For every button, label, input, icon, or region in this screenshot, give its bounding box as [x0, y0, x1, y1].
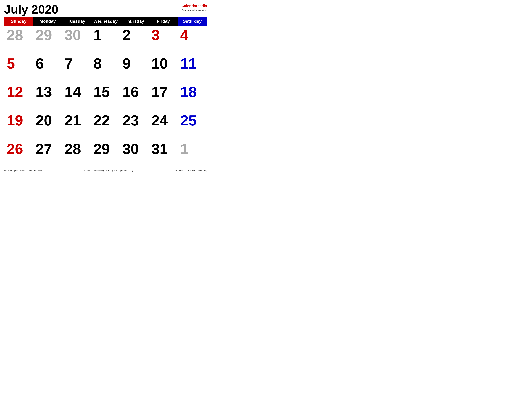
brand-logo: Calendarpedia Your source for calendars	[182, 3, 207, 12]
calendar-day-2-week1: 2	[120, 26, 149, 54]
calendar-day-12-week3: 12	[4, 83, 33, 111]
brand-accent: pedia	[197, 4, 207, 8]
calendar-day-15-week3: 15	[91, 83, 120, 111]
day-number: 16	[122, 83, 139, 100]
day-number: 11	[180, 55, 197, 72]
day-number: 13	[36, 83, 52, 100]
day-number: 10	[151, 55, 168, 72]
calendar-table: Sunday Monday Tuesday Wednesday Thursday…	[4, 17, 207, 168]
calendar-day-4-week1: 4	[178, 26, 207, 54]
day-number: 30	[65, 27, 81, 43]
day-number: 6	[36, 55, 44, 72]
calendar-day-3-week1: 3	[149, 26, 178, 54]
calendar-day-11-week2: 11	[178, 54, 207, 83]
day-number: 29	[36, 27, 52, 43]
header-friday: Friday	[149, 17, 178, 26]
day-number: 17	[151, 83, 168, 100]
calendar-day-6-week2: 6	[33, 54, 62, 83]
calendar-day-27-week5: 27	[33, 140, 62, 168]
calendar-week-3: 12131415161718	[4, 83, 207, 111]
header-tuesday: Tuesday	[62, 17, 91, 26]
brand-tagline: Your source for calendars	[182, 9, 207, 12]
day-number: 23	[122, 112, 139, 129]
day-number: 29	[94, 141, 110, 157]
day-number: 28	[7, 27, 23, 43]
day-number: 27	[36, 141, 52, 157]
day-number: 7	[65, 55, 73, 72]
day-number: 30	[122, 141, 139, 157]
day-number: 24	[151, 112, 168, 129]
calendar-day-24-week4: 24	[149, 111, 178, 140]
day-number: 25	[180, 112, 197, 129]
day-number: 8	[94, 55, 102, 72]
calendar-day-26-week5: 26	[4, 140, 33, 168]
calendar-day-18-week3: 18	[178, 83, 207, 111]
calendar-header: July 2020 Calendarpedia Your source for …	[4, 3, 207, 15]
calendar-week-2: 567891011	[4, 54, 207, 83]
calendar-day-10-week2: 10	[149, 54, 178, 83]
calendar-day-30-week5: 30	[120, 140, 149, 168]
calendar-day-19-week4: 19	[4, 111, 33, 140]
calendar-day-9-week2: 9	[120, 54, 149, 83]
calendar-day-28-week1: 28	[4, 26, 33, 54]
days-header-row: Sunday Monday Tuesday Wednesday Thursday…	[4, 17, 207, 26]
calendar-day-8-week2: 8	[91, 54, 120, 83]
calendar-day-7-week2: 7	[62, 54, 91, 83]
day-number: 4	[180, 27, 189, 43]
day-number: 12	[7, 83, 23, 100]
calendar-week-4: 19202122232425	[4, 111, 207, 140]
page-container: July 2020 Calendarpedia Your source for …	[4, 3, 207, 172]
day-number: 1	[94, 27, 102, 43]
calendar-day-20-week4: 20	[33, 111, 62, 140]
day-number: 3	[151, 27, 159, 43]
day-number: 15	[94, 83, 110, 100]
day-number: 21	[65, 112, 81, 129]
calendar-day-29-week1: 29	[33, 26, 62, 54]
day-number: 1	[180, 141, 189, 157]
calendar-day-30-week1: 30	[62, 26, 91, 54]
calendar-day-16-week3: 16	[120, 83, 149, 111]
day-number: 2	[122, 27, 131, 43]
calendar-day-25-week4: 25	[178, 111, 207, 140]
brand-plain: Calendar	[182, 4, 197, 8]
brand-name: Calendarpedia	[182, 3, 207, 9]
day-number: 31	[151, 141, 168, 157]
calendar-day-28-week5: 28	[62, 140, 91, 168]
day-number: 28	[65, 141, 81, 157]
header-saturday: Saturday	[178, 17, 207, 26]
footer-holidays: 3: Independence Day (observed), 4: Indep…	[83, 169, 133, 172]
calendar-day-13-week3: 13	[33, 83, 62, 111]
footer-copyright: © Calendarpedia® www.calendarpedia.com	[4, 169, 43, 172]
calendar-day-22-week4: 22	[91, 111, 120, 140]
calendar-day-17-week3: 17	[149, 83, 178, 111]
day-number: 18	[180, 83, 197, 100]
day-number: 22	[94, 112, 110, 129]
calendar-day-5-week2: 5	[4, 54, 33, 83]
calendar-day-1-week1: 1	[91, 26, 120, 54]
calendar-day-1-week5: 1	[178, 140, 207, 168]
calendar-day-31-week5: 31	[149, 140, 178, 168]
day-number: 19	[7, 112, 23, 129]
calendar-week-5: 2627282930311	[4, 140, 207, 168]
footer-disclaimer: Data provided 'as is' without warranty	[174, 169, 207, 172]
day-number: 14	[65, 83, 81, 100]
calendar-day-29-week5: 29	[91, 140, 120, 168]
header-thursday: Thursday	[120, 17, 149, 26]
header-wednesday: Wednesday	[91, 17, 120, 26]
calendar-day-14-week3: 14	[62, 83, 91, 111]
day-number: 5	[7, 55, 15, 72]
month-title: July 2020	[4, 3, 58, 15]
calendar-day-21-week4: 21	[62, 111, 91, 140]
header-sunday: Sunday	[4, 17, 33, 26]
day-number: 9	[122, 55, 131, 72]
day-number: 26	[7, 141, 23, 157]
day-number: 20	[36, 112, 52, 129]
calendar-footer: © Calendarpedia® www.calendarpedia.com 3…	[4, 169, 207, 172]
header-monday: Monday	[33, 17, 62, 26]
calendar-week-1: 2829301234	[4, 26, 207, 54]
calendar-day-23-week4: 23	[120, 111, 149, 140]
